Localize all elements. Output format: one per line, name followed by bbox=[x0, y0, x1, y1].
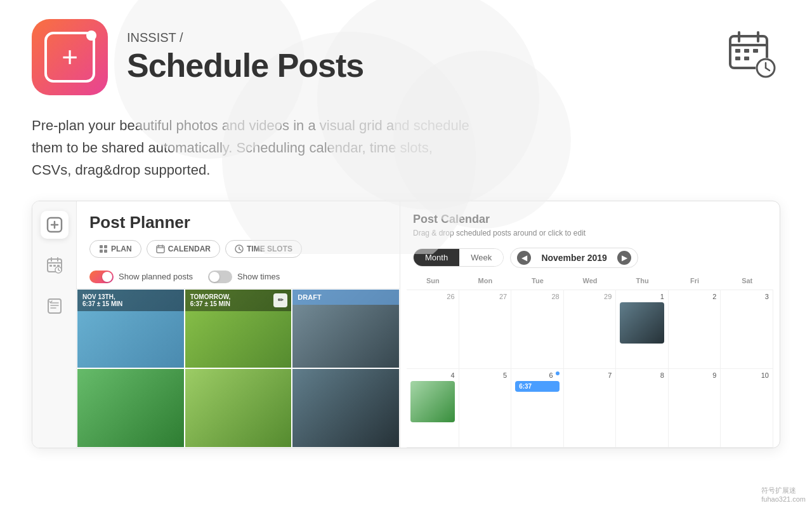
svg-rect-26 bbox=[48, 299, 61, 313]
svg-rect-4 bbox=[735, 49, 740, 53]
cal-photo-1 bbox=[620, 302, 664, 344]
day-num: 9 bbox=[672, 371, 717, 379]
cal-day-7[interactable]: 7 bbox=[564, 369, 617, 447]
cal-day-28[interactable]: 28 bbox=[511, 290, 564, 368]
day-num: 8 bbox=[620, 371, 664, 379]
svg-rect-7 bbox=[735, 57, 740, 60]
svg-line-40 bbox=[239, 249, 241, 250]
header-text: INSSIST / Schedule Posts bbox=[127, 30, 363, 84]
page-title: Schedule Posts bbox=[127, 46, 363, 84]
toggle-planned-switch[interactable] bbox=[89, 271, 114, 283]
sidebar bbox=[32, 201, 77, 448]
svg-rect-8 bbox=[744, 57, 749, 60]
weekday-wed: Wed bbox=[564, 274, 617, 287]
prev-month-btn[interactable]: ◀ bbox=[517, 251, 531, 265]
toggle-times-label: Show times bbox=[237, 272, 280, 281]
app-container: Post Planner PLAN bbox=[32, 201, 780, 448]
svg-rect-20 bbox=[49, 265, 52, 267]
sidebar-item-tasks[interactable] bbox=[41, 292, 69, 320]
photo-cell-6[interactable] bbox=[292, 368, 400, 448]
svg-rect-5 bbox=[744, 49, 749, 53]
weekday-sun: Sun bbox=[407, 274, 459, 287]
svg-rect-33 bbox=[104, 250, 107, 253]
day-num: 28 bbox=[515, 293, 560, 300]
cal-day-5[interactable]: 5 bbox=[459, 369, 512, 447]
cal-photo-4 bbox=[410, 381, 455, 422]
view-week-btn[interactable]: Week bbox=[459, 249, 503, 266]
toggle-times-switch[interactable] bbox=[208, 271, 232, 283]
view-month-btn[interactable]: Month bbox=[414, 249, 459, 266]
toggle-planned-label: Show planned posts bbox=[119, 272, 193, 281]
cal-day-6[interactable]: 6 6:37 bbox=[511, 369, 564, 447]
photo-cell-5[interactable] bbox=[185, 368, 292, 448]
cal-day-1[interactable]: 1 bbox=[616, 290, 669, 368]
cal-day-4[interactable]: 4 bbox=[407, 369, 459, 447]
month-navigator: ◀ November 2019 ▶ bbox=[510, 248, 638, 268]
app-header: + INSSIST / Schedule Posts bbox=[0, 0, 812, 108]
planner-tabs: PLAN CALENDAR bbox=[89, 240, 387, 258]
logo-dot bbox=[86, 30, 96, 41]
cal-day-2[interactable]: 2 bbox=[669, 290, 721, 368]
weekday-mon: Mon bbox=[459, 274, 512, 287]
calendar-weekdays: Sun Mon Tue Wed Thu Fri Sat bbox=[407, 274, 773, 290]
svg-rect-30 bbox=[100, 245, 103, 248]
tab-calendar-label: CALENDAR bbox=[168, 244, 211, 253]
cal-event-637[interactable]: 6:37 bbox=[515, 381, 560, 392]
weekday-sat: Sat bbox=[721, 274, 773, 287]
day-num: 10 bbox=[724, 371, 769, 379]
day-num: 1 bbox=[620, 293, 664, 300]
cal-day-8[interactable]: 8 bbox=[616, 369, 669, 447]
day-num: 6 bbox=[515, 371, 560, 379]
calendar-week-2: 4 5 6 6:37 7 8 bbox=[407, 369, 773, 448]
day-num: 4 bbox=[410, 371, 455, 379]
view-toggle: Month Week bbox=[413, 248, 504, 267]
weekday-thu: Thu bbox=[616, 274, 669, 287]
calendar-weeks: 26 27 28 29 1 2 bbox=[407, 290, 773, 448]
toggle-planned[interactable]: Show planned posts bbox=[89, 271, 193, 283]
cal-day-9[interactable]: 9 bbox=[669, 369, 721, 447]
tab-plan-label: PLAN bbox=[111, 244, 132, 253]
header-calendar-icon bbox=[723, 25, 780, 83]
sidebar-item-calendar[interactable] bbox=[41, 251, 69, 279]
weekday-tue: Tue bbox=[511, 274, 564, 287]
svg-rect-6 bbox=[753, 49, 758, 53]
brand-name: INSSIST / bbox=[127, 30, 363, 45]
sidebar-item-add[interactable] bbox=[41, 211, 69, 239]
tab-timeslots[interactable]: TIME SLOTS bbox=[225, 240, 302, 258]
day-num: 29 bbox=[568, 293, 612, 300]
day-num: 26 bbox=[410, 293, 455, 300]
photo-cell-3[interactable]: DRAFT bbox=[292, 289, 400, 368]
svg-rect-31 bbox=[104, 245, 107, 248]
photo-grid: NOV 13TH,6:37 ± 15 MIN TOMORROW,6:37 ± 1… bbox=[77, 289, 400, 448]
day-num: 5 bbox=[463, 371, 508, 379]
svg-rect-32 bbox=[100, 250, 103, 253]
photo-draft-label: DRAFT bbox=[292, 290, 399, 305]
tab-calendar[interactable]: CALENDAR bbox=[147, 240, 220, 258]
svg-rect-34 bbox=[157, 246, 164, 253]
calendar-section: Post Calendar Drag & drop scheduled post… bbox=[400, 201, 780, 448]
day-num: 2 bbox=[672, 293, 717, 300]
photo-cell-2[interactable]: TOMORROW,6:37 ± 15 MIN ✏ bbox=[185, 289, 292, 368]
cal-day-26[interactable]: 26 bbox=[407, 290, 459, 368]
tab-timeslots-label: TIME SLOTS bbox=[247, 244, 292, 253]
photo-cell-4[interactable] bbox=[77, 368, 185, 448]
cal-day-3[interactable]: 3 bbox=[721, 290, 773, 368]
photo-label-1: NOV 13TH,6:37 ± 15 MIN bbox=[77, 290, 184, 311]
post-planner: Post Planner PLAN bbox=[77, 201, 400, 448]
weekday-fri: Fri bbox=[669, 274, 721, 287]
day-num: 7 bbox=[568, 371, 612, 379]
toggle-times[interactable]: Show times bbox=[208, 271, 280, 283]
watermark: 符号扩展迷fuhao321.com bbox=[761, 486, 806, 503]
cal-day-27[interactable]: 27 bbox=[459, 290, 512, 368]
cal-day-29[interactable]: 29 bbox=[564, 290, 617, 368]
svg-line-25 bbox=[58, 270, 60, 271]
tab-plan[interactable]: PLAN bbox=[89, 240, 141, 258]
photo-cell-1[interactable]: NOV 13TH,6:37 ± 15 MIN bbox=[77, 289, 185, 368]
svg-rect-21 bbox=[53, 265, 56, 267]
calendar-title: Post Calendar bbox=[413, 213, 767, 226]
cal-day-10[interactable]: 10 bbox=[721, 369, 773, 447]
next-month-btn[interactable]: ▶ bbox=[617, 251, 631, 265]
calendar-subtitle: Drag & drop scheduled posts around or cl… bbox=[413, 229, 767, 237]
photo-edit-btn-2[interactable]: ✏ bbox=[273, 293, 287, 307]
calendar-header: Post Calendar Drag & drop scheduled post… bbox=[400, 201, 780, 243]
